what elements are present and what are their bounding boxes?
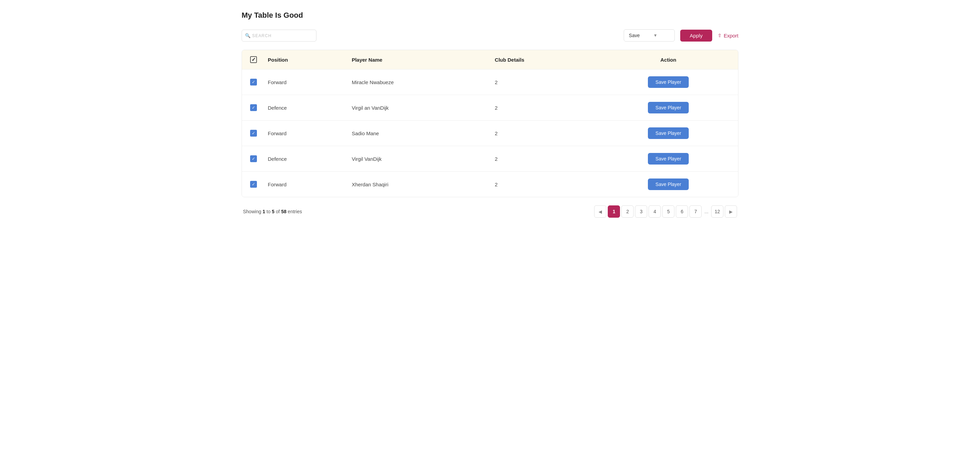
row-action-cell: Save Player bbox=[598, 146, 738, 172]
table-header-row: ✓ Position Player Name Club Details Acti… bbox=[242, 50, 738, 70]
row-player-name: Xherdan Shaqiri bbox=[347, 172, 489, 197]
row-player-name: Miracle Nwabueze bbox=[347, 70, 489, 95]
row-position: Defence bbox=[262, 146, 347, 172]
pagination-page-3[interactable]: 3 bbox=[635, 206, 647, 218]
row-player-name: Virgil VanDijk bbox=[347, 146, 489, 172]
chevron-down-icon: ▼ bbox=[653, 33, 657, 38]
total-entries: 58 bbox=[281, 209, 286, 214]
position-column-header: Position bbox=[262, 50, 347, 70]
save-player-button-2[interactable]: Save Player bbox=[648, 102, 688, 113]
checkbox-header-cell: ✓ bbox=[242, 50, 262, 70]
save-player-button-1[interactable]: Save Player bbox=[648, 76, 688, 88]
row-checkbox-cell: ✓ bbox=[242, 70, 262, 95]
row-action-cell: Save Player bbox=[598, 70, 738, 95]
row-checkbox-1[interactable]: ✓ bbox=[250, 79, 257, 86]
row-position: Forward bbox=[262, 172, 347, 197]
save-dropdown-label: Save bbox=[629, 33, 640, 38]
pagination-prev[interactable]: ◀ bbox=[594, 206, 606, 218]
row-club-details: 2 bbox=[489, 95, 598, 121]
row-checkbox-4[interactable]: ✓ bbox=[250, 155, 257, 162]
page-title: My Table Is Good bbox=[242, 11, 738, 20]
search-wrapper: 🔍 bbox=[242, 30, 317, 41]
pagination-next[interactable]: ▶ bbox=[725, 206, 737, 218]
save-player-button-3[interactable]: Save Player bbox=[648, 128, 688, 139]
table-row: ✓ Forward Sadio Mane 2 Save Player bbox=[242, 121, 738, 146]
row-checkbox-2[interactable]: ✓ bbox=[250, 104, 257, 111]
pagination-page-1[interactable]: 1 bbox=[608, 206, 620, 218]
table-container: ✓ Position Player Name Club Details Acti… bbox=[242, 50, 738, 197]
row-club-details: 2 bbox=[489, 146, 598, 172]
row-action-cell: Save Player bbox=[598, 172, 738, 197]
data-table: ✓ Position Player Name Club Details Acti… bbox=[242, 50, 738, 197]
row-checkbox-cell: ✓ bbox=[242, 172, 262, 197]
table-row: ✓ Defence Virgil an VanDijk 2 Save Playe… bbox=[242, 95, 738, 121]
row-player-name: Sadio Mane bbox=[347, 121, 489, 146]
row-checkbox-cell: ✓ bbox=[242, 121, 262, 146]
row-club-details: 2 bbox=[489, 172, 598, 197]
save-player-button-4[interactable]: Save Player bbox=[648, 153, 688, 164]
entries-info: Showing 1 to 5 of 58 entries bbox=[243, 209, 302, 214]
pagination-page-2[interactable]: 2 bbox=[621, 206, 633, 218]
apply-button[interactable]: Apply bbox=[680, 30, 712, 41]
row-position: Forward bbox=[262, 70, 347, 95]
row-position: Forward bbox=[262, 121, 347, 146]
table-body: ✓ Forward Miracle Nwabueze 2 Save Player… bbox=[242, 70, 738, 197]
showing-to: 5 bbox=[272, 209, 275, 214]
export-icon: ⇧ bbox=[718, 33, 722, 38]
pagination-page-12[interactable]: 12 bbox=[711, 206, 724, 218]
row-club-details: 2 bbox=[489, 121, 598, 146]
table-row: ✓ Forward Xherdan Shaqiri 2 Save Player bbox=[242, 172, 738, 197]
row-player-name: Virgil an VanDijk bbox=[347, 95, 489, 121]
export-label: Export bbox=[724, 33, 738, 38]
save-player-button-5[interactable]: Save Player bbox=[648, 179, 688, 190]
page-wrapper: My Table Is Good 🔍 Save ▼ Apply ⇧ Export… bbox=[228, 0, 752, 231]
select-all-checkbox[interactable]: ✓ bbox=[250, 56, 257, 63]
club-details-column-header: Club Details bbox=[489, 50, 598, 70]
table-row: ✓ Forward Miracle Nwabueze 2 Save Player bbox=[242, 70, 738, 95]
row-checkbox-cell: ✓ bbox=[242, 146, 262, 172]
row-checkbox-3[interactable]: ✓ bbox=[250, 130, 257, 137]
table-row: ✓ Defence Virgil VanDijk 2 Save Player bbox=[242, 146, 738, 172]
export-button[interactable]: ⇧ Export bbox=[718, 33, 738, 38]
save-dropdown[interactable]: Save ▼ bbox=[624, 29, 675, 41]
row-checkbox-cell: ✓ bbox=[242, 95, 262, 121]
pagination-page-4[interactable]: 4 bbox=[649, 206, 661, 218]
row-position: Defence bbox=[262, 95, 347, 121]
search-icon: 🔍 bbox=[245, 33, 250, 38]
showing-from: 1 bbox=[263, 209, 266, 214]
pagination: ◀ 1 2 3 4 5 6 7 ... 12 ▶ bbox=[594, 206, 737, 218]
row-action-cell: Save Player bbox=[598, 121, 738, 146]
pagination-dots: ... bbox=[703, 209, 710, 214]
player-name-column-header: Player Name bbox=[347, 50, 489, 70]
toolbar: 🔍 Save ▼ Apply ⇧ Export bbox=[242, 29, 738, 41]
row-checkbox-5[interactable]: ✓ bbox=[250, 181, 257, 188]
pagination-page-7[interactable]: 7 bbox=[689, 206, 702, 218]
pagination-page-6[interactable]: 6 bbox=[676, 206, 688, 218]
row-action-cell: Save Player bbox=[598, 95, 738, 121]
search-input[interactable] bbox=[242, 30, 317, 41]
table-footer: Showing 1 to 5 of 58 entries ◀ 1 2 3 4 5… bbox=[242, 197, 738, 220]
action-column-header: Action bbox=[598, 50, 738, 70]
pagination-page-5[interactable]: 5 bbox=[662, 206, 675, 218]
row-club-details: 2 bbox=[489, 70, 598, 95]
